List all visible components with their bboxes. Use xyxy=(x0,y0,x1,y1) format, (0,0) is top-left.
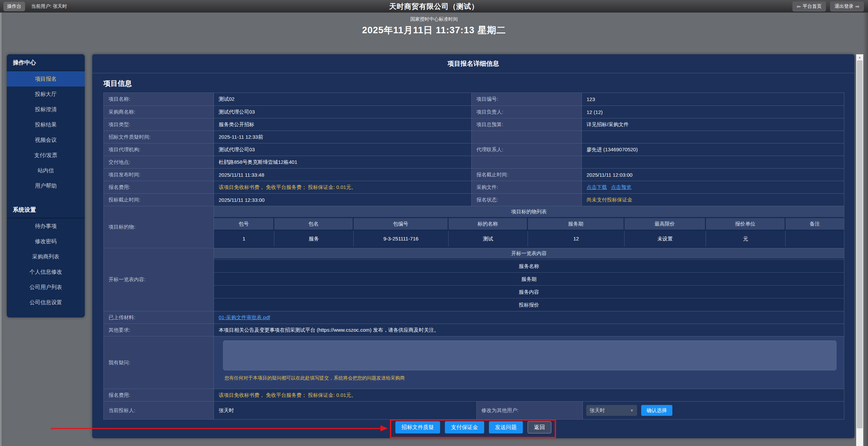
signup-fee-value: 该项目免收标书费， 免收平台服务费； 投标保证金: 0.01元。 xyxy=(214,181,472,193)
signup-deadline-label: 报名截止时间: xyxy=(472,169,582,181)
subject-cell-package-no: 1 xyxy=(214,231,274,247)
purchaser-value: 测试代理公司03 xyxy=(214,106,472,118)
table-row: 报名费用: 该项目免收标书费， 免收平台服务费； 投标保证金: 0.01元。 xyxy=(104,389,844,401)
sidebar-item-project-signup[interactable]: 项目报名 xyxy=(7,71,85,86)
purchaser-label: 采购商名称: xyxy=(104,106,214,118)
empty-value-cell xyxy=(582,131,844,143)
agency-label: 项目代理机构: xyxy=(104,143,214,156)
budget-value: 详见招标/采购文件 xyxy=(582,118,844,131)
current-bidder-label: 当前投标人: xyxy=(104,402,214,419)
signup-fee2-label: 报名费用: xyxy=(104,389,214,401)
table-row: 已上传材料: 01-采购文件审批表.pdf xyxy=(104,311,844,324)
sidebar-item-video-meeting[interactable]: 视频会议 xyxy=(7,132,85,148)
user-select-dropdown[interactable]: 张天时 ▼ xyxy=(586,405,637,416)
scrollbar-up-arrow-icon[interactable]: ▲ xyxy=(856,54,863,60)
sidebar: 操作中心 项目报名 投标大厅 投标澄清 投标结果 视频会议 支付/发票 站内信 … xyxy=(7,54,85,317)
send-question-button[interactable]: 发送问题 xyxy=(489,421,523,433)
project-type-label: 项目类型: xyxy=(104,118,214,131)
table-row: 采购商名称: 测试代理公司03 项目负责人: 12 (12) xyxy=(104,105,844,118)
change-user-controls: 张天时 ▼ 确认选择 xyxy=(583,402,844,419)
sidebar-item-bid-results[interactable]: 投标结果 xyxy=(7,117,85,132)
table-row: 其他要求: 本项目相关公告及变更事项在招采测试平台 (https://www.c… xyxy=(104,324,844,336)
bid-opening-row-bid-price: 投标报价 xyxy=(214,298,844,311)
challenge-time-value: 2025-11-11 12:33前 xyxy=(214,131,472,143)
signup-deadline-value: 2025/11/11 12:03:00 xyxy=(582,169,844,181)
table-row: 交付地点: 杜鹃路858号奥克斯缔壹城12栋401 xyxy=(104,156,844,168)
uploaded-file-link[interactable]: 01-采购文件审批表.pdf xyxy=(219,314,270,321)
subject-cell-remark xyxy=(786,231,844,247)
empty-label-cell xyxy=(472,131,582,143)
empty-value-cell xyxy=(582,156,844,168)
page-right-edge xyxy=(863,13,868,446)
sidebar-item-user-help[interactable]: 用户帮助 xyxy=(7,178,85,193)
publish-time-value: 2025/11/11 11:33:48 xyxy=(214,169,472,181)
top-bar: 操作台 当前用户: 张天时 天时商贸有限公司（测试） ⇦ 平台首页 退出登录 ⇨ xyxy=(0,0,868,13)
right-arrow-icon: ⇨ xyxy=(855,4,860,9)
preview-link[interactable]: 点击预览 xyxy=(611,184,631,191)
sidebar-item-bidding-hall[interactable]: 投标大厅 xyxy=(7,86,85,102)
subject-header-package-code: 包编号 xyxy=(354,218,449,230)
sidebar-item-change-password[interactable]: 修改密码 xyxy=(7,234,85,249)
back-button[interactable]: 返回 xyxy=(528,421,551,433)
confirm-select-button[interactable]: 确认选择 xyxy=(641,405,672,416)
subject-header-price-unit: 报价单位 xyxy=(706,218,786,230)
question-cell: 您有任何对于本项目的疑问都可以在此处填写提交，系统将会把您的问题发送给采购商 xyxy=(214,336,844,389)
agency-contact-label: 代理联系人: xyxy=(472,143,582,156)
time-caption: 国家授时中心标准时间 xyxy=(0,16,868,22)
page-left-edge xyxy=(0,13,3,446)
current-user-label: 当前用户: 张天时 xyxy=(31,3,67,9)
procurement-doc-links: 点击下载 点击预览 xyxy=(582,181,844,193)
time-datetime: 2025年11月11日 11:37:13 星期二 xyxy=(0,24,868,36)
scrollbar-thumb[interactable] xyxy=(857,60,863,428)
project-no-label: 项目编号: xyxy=(472,93,582,105)
download-link[interactable]: 点击下载 xyxy=(587,184,607,191)
agency-contact-value: 廖先进 (13469070520) xyxy=(582,143,844,156)
bid-opening-row-service-name: 服务名称 xyxy=(214,259,844,272)
signup-status-label: 报名状态: xyxy=(472,194,582,206)
section-title-project-info: 项目信息 xyxy=(103,79,854,88)
project-type-value: 服务类公开招标 xyxy=(214,118,472,131)
console-button[interactable]: 操作台 xyxy=(3,2,25,11)
sidebar-item-company-settings[interactable]: 公司信息设置 xyxy=(7,295,85,310)
logout-button[interactable]: 退出登录 ⇨ xyxy=(830,1,864,12)
sidebar-section-operation-center: 操作中心 xyxy=(7,54,85,71)
table-row-bid-opening: 开标一览表内容: 开标一览表内容 服务名称 服务期 服务内容 投标报价 xyxy=(104,248,844,311)
subject-header-max-price: 最高限价 xyxy=(625,218,706,230)
bid-opening-row-service-content: 服务内容 xyxy=(214,285,844,298)
leader-label: 项目负责人: xyxy=(472,106,582,118)
other-req-label: 其他要求: xyxy=(104,324,214,336)
delivery-place-label: 交付地点: xyxy=(104,156,214,168)
sidebar-item-todo[interactable]: 待办事项 xyxy=(7,218,85,234)
project-name-label: 项目名称: xyxy=(104,93,214,105)
user-select-value: 张天时 xyxy=(590,407,605,414)
sidebar-item-payment-invoice[interactable]: 支付/发票 xyxy=(7,148,85,163)
materials-value: 01-采购文件审批表.pdf xyxy=(214,311,844,324)
bid-opening-table: 开标一览表内容 服务名称 服务期 服务内容 投标报价 xyxy=(214,248,844,311)
subject-header-service-period: 服务期 xyxy=(528,218,625,230)
table-row-subject-matter: 项目标的物: 项目标的物列表 包号 包名 包编号 标的名称 服务期 最高限价 报… xyxy=(104,206,844,248)
standard-time-block: 国家授时中心标准时间 2025年11月11日 11:37:13 星期二 xyxy=(0,13,868,36)
table-row: 项目代理机构: 测试代理公司03 代理联系人: 廖先进 (13469070520… xyxy=(104,143,844,156)
subject-cell-service-period: 12 xyxy=(528,231,625,247)
leader-value: 12 (12) xyxy=(582,106,844,118)
subject-matter-table: 项目标的物列表 包号 包名 包编号 标的名称 服务期 最高限价 报价单位 备注 … xyxy=(214,206,844,248)
question-textarea[interactable] xyxy=(223,341,836,370)
sidebar-item-company-users[interactable]: 公司用户列表 xyxy=(7,279,85,295)
sidebar-item-site-mail[interactable]: 站内信 xyxy=(7,163,85,178)
topbar-actions: ⇦ 平台首页 退出登录 ⇨ xyxy=(792,1,864,12)
platform-home-button[interactable]: ⇦ 平台首页 xyxy=(792,1,826,12)
sidebar-item-profile-edit[interactable]: 个人信息修改 xyxy=(7,264,85,279)
table-row-question: 我有疑问: 您有任何对于本项目的疑问都可以在此处填写提交，系统将会把您的问题发送… xyxy=(104,336,844,389)
subject-cell-max-price: 未设置 xyxy=(625,231,706,247)
subject-cell-price-unit: 元 xyxy=(706,231,786,247)
table-row: 招标文件质疑时间: 2025-11-11 12:33前 xyxy=(104,131,844,143)
sidebar-item-purchaser-list[interactable]: 采购商列表 xyxy=(7,249,85,264)
sidebar-item-bid-clarification[interactable]: 投标澄清 xyxy=(7,102,85,117)
bid-opening-row-service-period: 服务期 xyxy=(214,272,844,285)
question-hint: 您有任何对于本项目的疑问都可以在此处填写提交，系统将会把您的问题发送给采购商 xyxy=(224,375,840,381)
vertical-scrollbar[interactable]: ▲ xyxy=(856,54,863,446)
challenge-doc-button[interactable]: 招标文件质疑 xyxy=(395,421,440,433)
pay-deposit-button[interactable]: 支付保证金 xyxy=(445,421,484,433)
bid-deadline-value: 2025/11/11 12:33:00 xyxy=(214,194,472,206)
bid-deadline-label: 投标截止时间: xyxy=(104,194,214,206)
